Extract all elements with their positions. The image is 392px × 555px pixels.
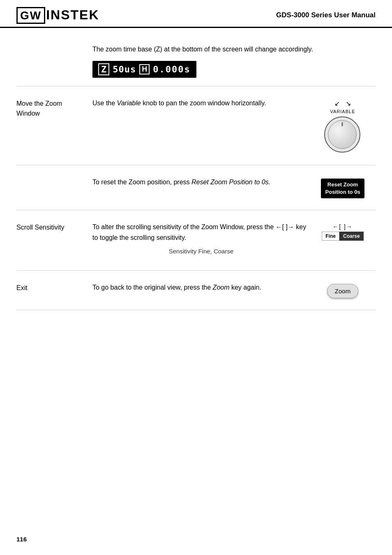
reset-zoom-line1: Reset Zoom xyxy=(325,181,360,188)
variable-knob xyxy=(324,116,361,153)
section-body-exit: To go back to the original view, press t… xyxy=(92,282,310,295)
variable-arrows: ↙ ↘ xyxy=(334,100,351,107)
section-exit: Exit To go back to the original view, pr… xyxy=(16,271,376,310)
variable-italic: Variable xyxy=(117,100,141,107)
sensitivity-note: Sensitivity Fine, Coarse xyxy=(92,246,310,256)
section-move-zoom: Move the ZoomWindow Use the Variable kno… xyxy=(16,86,376,165)
zoom-h-icon: H xyxy=(139,64,150,74)
page-header: GWINSTEK GDS-3000 Series User Manual xyxy=(0,0,392,28)
section-body-scroll: To alter the scrolling sensitivity of th… xyxy=(92,222,310,258)
section-label-scroll: Scroll Sensitivity xyxy=(16,222,92,232)
page-footer: 116 xyxy=(16,536,27,543)
zoom-position-value: 0.000s xyxy=(153,64,190,74)
coarse-button-graphic: Coarse xyxy=(339,232,364,241)
fine-coarse-buttons: Fine Coarse xyxy=(322,232,363,241)
page-number: 116 xyxy=(16,536,27,543)
intro-text: The zoom time base (Z) at the bottom of … xyxy=(92,44,376,54)
manual-title: GDS-3000 Series User Manual xyxy=(276,11,376,19)
page-content: The zoom time base (Z) at the bottom of … xyxy=(0,28,392,318)
zoom-italic: Zoom xyxy=(213,284,230,291)
variable-knob-label: VARIABLE xyxy=(330,109,355,114)
section-body-move-zoom: Use the Variable knob to pan the zoom wi… xyxy=(92,98,310,111)
logo-gw: GW xyxy=(16,7,45,24)
section-label-move-zoom: Move the ZoomWindow xyxy=(16,98,92,118)
section-label-exit: Exit xyxy=(16,282,92,293)
zoom-key-graphic: Zoom xyxy=(310,282,376,298)
section-scroll-sensitivity: Scroll Sensitivity To alter the scrollin… xyxy=(16,210,376,270)
reset-zoom-line2: Position to 0s xyxy=(325,188,360,196)
fine-coarse-arrows: ←[ ]→ xyxy=(332,223,353,230)
fine-coarse-container: ←[ ]→ Fine Coarse xyxy=(322,223,363,241)
section-label-reset xyxy=(16,177,92,178)
logo-instek: INSTEK xyxy=(46,7,99,22)
section-body-reset: To reset the Zoom position, press Reset … xyxy=(92,177,310,190)
zoom-display-graphic: Z 50us H 0.000s xyxy=(92,61,196,78)
reset-italic: Reset Zoom Position to 0s xyxy=(191,179,269,186)
variable-knob-graphic: ↙ ↘ VARIABLE xyxy=(310,98,376,153)
fine-button-graphic: Fine xyxy=(322,232,339,241)
company-logo: GWINSTEK xyxy=(16,7,99,23)
section-reset-zoom: To reset the Zoom position, press Reset … xyxy=(16,165,376,210)
reset-zoom-button-graphic: Reset Zoom Position to 0s xyxy=(321,179,364,198)
fine-coarse-graphic: ←[ ]→ Fine Coarse xyxy=(310,222,376,241)
zoom-time-value: 50us xyxy=(113,64,136,74)
zoom-key-button-graphic: Zoom xyxy=(327,284,358,298)
intro-block: The zoom time base (Z) at the bottom of … xyxy=(16,36,376,86)
zoom-z-label: Z xyxy=(98,63,109,75)
reset-zoom-graphic: Reset Zoom Position to 0s xyxy=(310,177,376,198)
